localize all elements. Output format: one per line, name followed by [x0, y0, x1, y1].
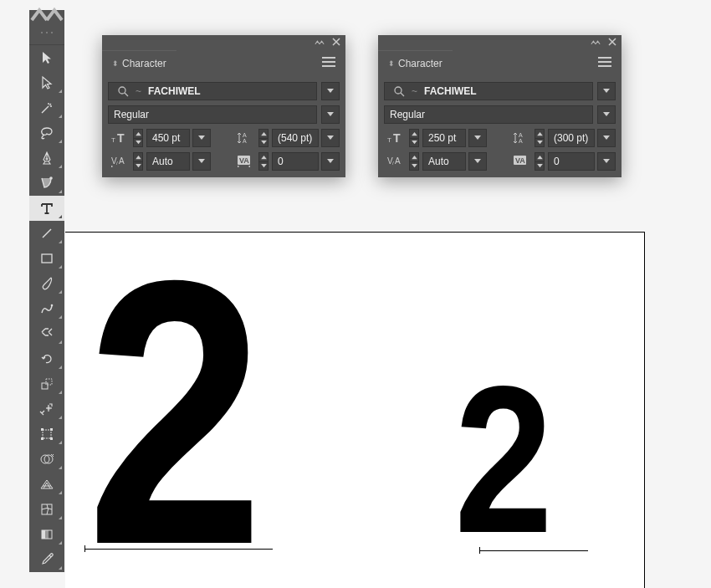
kerning-field[interactable]: Auto [146, 152, 190, 171]
leading-icon: AA [509, 129, 531, 147]
tracking-field[interactable]: 0 [548, 152, 595, 171]
panel-menu-button[interactable] [593, 52, 616, 74]
minimize-icon[interactable] [590, 38, 601, 48]
leading-group: AA (540 pt) [233, 129, 340, 147]
eyedropper-tool[interactable] [29, 547, 64, 572]
kerning-group: V/A Auto [108, 152, 211, 171]
rectangle-tool[interactable] [29, 246, 64, 271]
font-family-value: FACHIWEL [424, 85, 477, 97]
shape-builder-tool[interactable] [29, 447, 64, 472]
free-transform-tool[interactable] [29, 422, 64, 447]
rotate-tool[interactable] [29, 346, 64, 371]
paintbrush-tool[interactable] [29, 271, 64, 296]
artboard[interactable]: 2 2 [65, 232, 645, 588]
svg-rect-9 [43, 430, 51, 438]
mesh-tool[interactable] [29, 497, 64, 522]
tab-character[interactable]: ⬍ Character [102, 50, 176, 75]
character-panel: ⬍ Character ~ FACHIWEL Regular [102, 35, 345, 177]
kerning-stepper[interactable] [133, 152, 143, 171]
font-size-group: TT 250 pt [384, 129, 487, 147]
leading-field[interactable]: (540 pt) [272, 129, 319, 147]
gradient-tool[interactable] [29, 522, 64, 547]
pen-tool[interactable] [29, 146, 64, 171]
close-icon[interactable] [606, 38, 618, 48]
svg-rect-16 [42, 504, 52, 514]
leading-dropdown[interactable] [321, 129, 340, 147]
font-size-icon: TT [384, 129, 406, 147]
panel-titlebar[interactable] [102, 35, 345, 50]
width-tool[interactable] [29, 396, 64, 422]
tracking-stepper[interactable] [535, 152, 545, 171]
text-object-large[interactable]: 2 [86, 224, 264, 588]
leading-dropdown[interactable] [597, 129, 616, 147]
text-baseline [84, 549, 273, 550]
svg-rect-19 [45, 530, 49, 539]
leading-icon: AA [233, 129, 255, 147]
tracking-value: 0 [278, 156, 284, 167]
kerning-dropdown[interactable] [192, 152, 211, 171]
tracking-value: 0 [554, 156, 560, 167]
panel-menu-button[interactable] [317, 52, 340, 74]
font-size-stepper[interactable] [409, 129, 419, 147]
text-baseline [479, 550, 588, 551]
kerning-field[interactable]: Auto [422, 152, 466, 171]
lasso-tool[interactable] [29, 120, 64, 146]
svg-text:A: A [243, 132, 247, 138]
selection-tool[interactable] [29, 45, 64, 70]
magic-wand-tool[interactable] [29, 95, 64, 120]
svg-point-4 [49, 176, 53, 180]
tracking-icon: VA [233, 152, 255, 171]
panel-titlebar[interactable] [378, 35, 621, 50]
leading-group: AA (300 pt) [509, 129, 616, 147]
scale-tool[interactable] [29, 371, 64, 396]
tracking-icon: VA [509, 152, 531, 171]
tracking-dropdown[interactable] [321, 152, 340, 171]
minimize-icon[interactable] [314, 38, 325, 48]
font-size-field[interactable]: 450 pt [146, 129, 190, 147]
font-size-dropdown[interactable] [192, 129, 211, 147]
text-object-small[interactable]: 2 [454, 355, 553, 565]
leading-field[interactable]: (300 pt) [548, 129, 595, 147]
font-style-field[interactable]: Regular [384, 105, 593, 124]
line-segment-tool[interactable] [29, 221, 64, 246]
panel-collapse-button[interactable] [29, 10, 64, 20]
kerning-dropdown[interactable] [468, 152, 487, 171]
kerning-stepper[interactable] [409, 152, 419, 171]
tab-character[interactable]: ⬍ Character [378, 50, 453, 75]
font-family-field[interactable]: ~ FACHIWEL [108, 82, 317, 100]
font-size-stepper[interactable] [133, 129, 143, 147]
leading-value: (540 pt) [278, 132, 312, 144]
leading-stepper[interactable] [535, 129, 545, 147]
font-size-dropdown[interactable] [468, 129, 487, 147]
panel-tabs: ⬍ Character [102, 50, 345, 75]
font-size-field[interactable]: 250 pt [422, 129, 466, 147]
leading-stepper[interactable] [258, 129, 269, 147]
tracking-field[interactable]: 0 [272, 152, 319, 171]
curvature-tool[interactable] [29, 171, 64, 196]
font-family-field[interactable]: ~ FACHIWEL [384, 82, 593, 100]
tracking-dropdown[interactable] [597, 152, 616, 171]
svg-rect-18 [42, 530, 45, 539]
svg-text:A: A [119, 156, 125, 166]
svg-text:T: T [387, 136, 391, 144]
kerning-value: Auto [428, 156, 449, 167]
font-style-dropdown[interactable] [597, 105, 616, 124]
close-icon[interactable] [330, 38, 342, 48]
font-style-field[interactable]: Regular [108, 105, 317, 124]
svg-rect-10 [41, 428, 43, 431]
font-family-dropdown[interactable] [321, 82, 340, 100]
tracking-stepper[interactable] [258, 152, 269, 171]
svg-text:A: A [243, 138, 247, 144]
svg-rect-11 [50, 428, 53, 431]
perspective-grid-tool[interactable] [29, 472, 64, 497]
shaper-tool[interactable] [29, 296, 64, 321]
direct-selection-tool[interactable] [29, 70, 64, 95]
svg-text:VA: VA [515, 156, 525, 165]
tracking-group: VA 0 [233, 152, 340, 171]
eraser-tool[interactable] [29, 321, 64, 346]
font-style-dropdown[interactable] [321, 105, 340, 124]
type-tool[interactable] [29, 196, 64, 221]
font-family-dropdown[interactable] [597, 82, 616, 100]
font-family-value: FACHIWEL [148, 85, 201, 97]
svg-point-1 [46, 32, 48, 33]
